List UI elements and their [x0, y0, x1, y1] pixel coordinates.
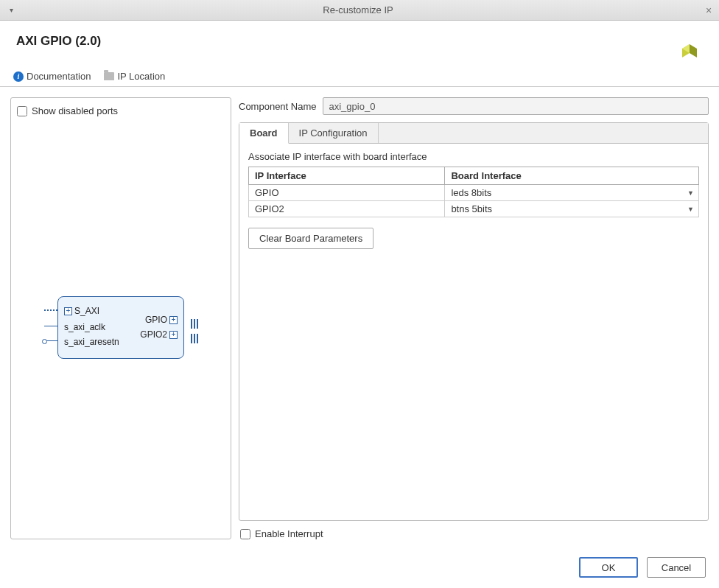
- tab-strip: Board IP Configuration: [239, 123, 708, 144]
- table-row: GPIO2 btns 5bits ▼: [249, 201, 699, 217]
- chevron-down-icon: ▼: [687, 189, 694, 197]
- window-title: Re-customize IP: [18, 4, 698, 15]
- port-s-axi-aresetn: s_axi_aresetn: [64, 337, 119, 347]
- enable-interrupt-label: Enable Interrupt: [255, 528, 323, 539]
- documentation-label: Documentation: [27, 71, 91, 82]
- port-gpio2: GPIO2 +: [140, 329, 178, 340]
- tabs-container: Board IP Configuration Associate IP inte…: [239, 122, 709, 521]
- recustomize-ip-dialog: ▾ Re-customize IP × AXI GPIO (2.0) i Doc…: [0, 0, 719, 588]
- toolbar: i Documentation IP Location: [0, 68, 719, 87]
- clear-board-parameters-button[interactable]: Clear Board Parameters: [248, 228, 373, 249]
- expand-icon[interactable]: +: [64, 307, 72, 315]
- folder-icon: [104, 72, 114, 80]
- expand-icon[interactable]: +: [169, 331, 178, 339]
- symbol-panel: Show disabled ports + S_AXI s_axi_aclk: [10, 97, 231, 539]
- titlebar: ▾ Re-customize IP ×: [0, 0, 719, 21]
- bus-out-icon: [188, 334, 198, 343]
- dialog-footer: OK Cancel: [0, 550, 719, 588]
- close-icon[interactable]: ×: [698, 4, 719, 16]
- associate-label: Associate IP interface with board interf…: [248, 151, 699, 162]
- bus-out-icon: [188, 319, 198, 329]
- component-name-input[interactable]: [323, 97, 709, 115]
- vendor-logo: [676, 34, 703, 60]
- ip-location-link[interactable]: IP Location: [104, 71, 165, 82]
- component-name-row: Component Name: [239, 97, 709, 115]
- config-panel: Component Name Board IP Configuration As…: [239, 97, 709, 539]
- tab-board[interactable]: Board: [239, 123, 289, 144]
- ip-symbol-area: + S_AXI s_axi_aclk s_axi_aresetn GPIO +: [14, 122, 228, 533]
- table-row: GPIO leds 8bits ▼: [249, 185, 699, 201]
- enable-interrupt-input[interactable]: [240, 529, 250, 539]
- cell-board-interface-dropdown[interactable]: leds 8bits ▼: [445, 185, 699, 201]
- wire-icon: [44, 326, 58, 326]
- titlebar-menu-icon[interactable]: ▾: [0, 6, 18, 14]
- info-icon: i: [13, 71, 24, 82]
- ip-location-label: IP Location: [117, 71, 165, 82]
- documentation-link[interactable]: i Documentation: [13, 71, 91, 82]
- cell-ip-interface: GPIO: [249, 185, 445, 201]
- port-s-axi: + S_AXI: [64, 306, 99, 316]
- port-gpio: GPIO +: [145, 315, 178, 325]
- ok-button[interactable]: OK: [579, 557, 638, 578]
- wire-resetn-icon: [44, 340, 58, 341]
- expand-icon[interactable]: +: [169, 316, 178, 324]
- show-disabled-ports-checkbox[interactable]: Show disabled ports: [14, 104, 228, 122]
- cell-ip-interface: GPIO2: [249, 201, 445, 217]
- col-board-interface: Board Interface: [445, 167, 699, 185]
- bus-wire-icon: [44, 309, 58, 311]
- chevron-down-icon: ▼: [687, 206, 694, 213]
- ip-title: AXI GPIO (2.0): [16, 34, 676, 49]
- dialog-body: Show disabled ports + S_AXI s_axi_aclk: [0, 87, 719, 550]
- tab-ip-configuration[interactable]: IP Configuration: [289, 123, 379, 143]
- interface-table: IP Interface Board Interface GPIO leds 8…: [248, 167, 699, 217]
- tab-board-body: Associate IP interface with board interf…: [239, 144, 708, 256]
- component-name-label: Component Name: [239, 101, 317, 112]
- header: AXI GPIO (2.0): [0, 21, 719, 68]
- cancel-button[interactable]: Cancel: [647, 557, 706, 578]
- col-ip-interface: IP Interface: [249, 167, 445, 185]
- ip-block: + S_AXI s_axi_aclk s_axi_aresetn GPIO +: [57, 296, 184, 359]
- cell-board-interface-dropdown[interactable]: btns 5bits ▼: [445, 201, 699, 217]
- svg-marker-1: [690, 44, 697, 57]
- show-disabled-ports-input[interactable]: [17, 106, 27, 116]
- show-disabled-ports-label: Show disabled ports: [32, 105, 118, 116]
- port-s-axi-aclk: s_axi_aclk: [64, 322, 105, 332]
- enable-interrupt-checkbox[interactable]: Enable Interrupt: [239, 528, 709, 539]
